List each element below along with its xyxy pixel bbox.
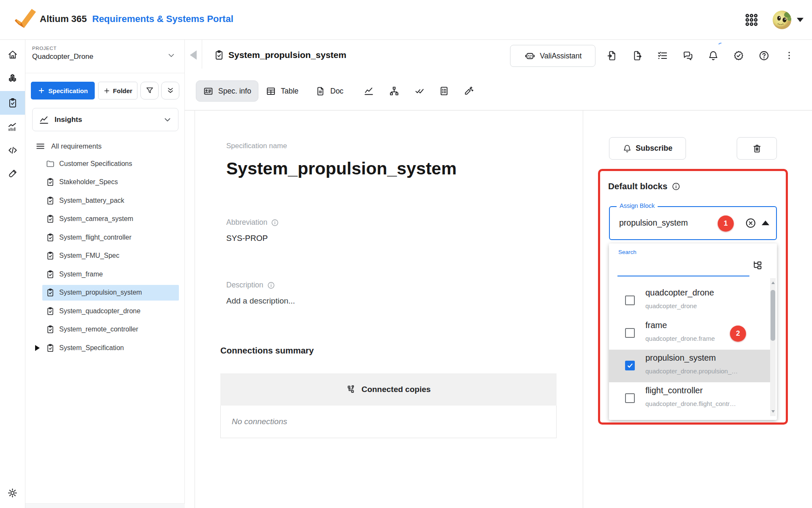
avatar-menu-caret-icon[interactable]	[797, 18, 804, 22]
import-document-icon[interactable]	[604, 47, 620, 64]
sidebar-item-system_quadcopter_drone[interactable]: System_quadcopter_drone	[25, 302, 185, 320]
assign-block-value: propulsion_system	[619, 218, 688, 228]
abbreviation-label: Abbreviation	[226, 218, 279, 227]
collapse-sidebar-handle-icon[interactable]	[190, 50, 197, 60]
tab-form-icon[interactable]	[436, 83, 453, 99]
expand-arrow-icon[interactable]	[35, 345, 40, 351]
portal-title[interactable]: Requirements & Systems Portal	[92, 14, 233, 25]
bell-icon	[623, 144, 632, 153]
tab-table-label: Table	[281, 87, 299, 96]
tab-verification-icon[interactable]	[411, 83, 428, 99]
rail-settings-gear-icon[interactable]	[0, 481, 25, 505]
tab-hierarchy-icon[interactable]	[386, 83, 403, 99]
scroll-up-arrow-icon[interactable]	[771, 282, 775, 284]
rail-blocks-icon[interactable]	[0, 67, 25, 91]
spec-name-label: Specification name	[226, 142, 287, 150]
add-folder-button[interactable]: Folder	[98, 82, 137, 99]
sidebar-item-all-requirements[interactable]: All requirements	[25, 138, 185, 155]
project-label: PROJECT	[32, 46, 57, 51]
sidebar-item-system_frame[interactable]: System_frame	[25, 265, 185, 284]
project-chevron-down-icon[interactable]	[167, 51, 176, 60]
rail-home-icon[interactable]	[0, 43, 25, 66]
comments-icon[interactable]	[679, 47, 696, 64]
abbreviation-value[interactable]: SYS-PROP	[226, 234, 268, 243]
sidebar-item-system_flight_controller[interactable]: System_flight_controller	[25, 228, 185, 247]
export-document-icon[interactable]	[628, 47, 645, 64]
tab-table[interactable]: Table	[266, 80, 299, 102]
rail-analytics-icon[interactable]	[0, 115, 25, 139]
task-list-icon[interactable]	[654, 47, 671, 64]
assign-block-select[interactable]: Assign Block propulsion_system 1	[609, 206, 777, 240]
annotation-badge-2: 2	[730, 326, 746, 342]
insights-panel-toggle[interactable]: Insights	[32, 108, 178, 131]
filter-button[interactable]	[140, 82, 159, 99]
chevron-double-down-icon	[166, 86, 175, 95]
collapse-dropdown-caret-icon[interactable]	[762, 221, 769, 225]
connected-copies-header[interactable]: Connected copies	[220, 373, 557, 406]
chevron-down-icon	[163, 115, 172, 124]
sidebar-horizontal-scrollbar[interactable]	[25, 503, 185, 508]
scrollbar-thumb[interactable]	[771, 290, 775, 341]
requirements-tree: Customer Specifications Stakeholder_Spec…	[25, 155, 185, 357]
specification-icon	[46, 196, 55, 205]
divider	[195, 110, 195, 508]
clear-selection-icon[interactable]	[745, 217, 757, 229]
scroll-down-arrow-icon[interactable]	[771, 410, 775, 413]
tab-chart-icon[interactable]	[360, 83, 377, 99]
sidebar-item-system_specification[interactable]: System_Specification	[25, 339, 185, 357]
block-option-flight_controller[interactable]: flight_controller quadcopter_drone.fligh…	[609, 382, 771, 415]
block-option-propulsion_system[interactable]: propulsion_system quadcopter_drone.propu…	[609, 350, 771, 382]
divider	[202, 40, 202, 69]
altium-logo-icon	[13, 8, 36, 30]
description-label: Description	[226, 281, 275, 290]
rail-test-tube-icon[interactable]	[0, 162, 25, 185]
verified-badge-icon[interactable]	[730, 47, 747, 64]
block-checkbox[interactable]	[625, 393, 635, 403]
description-placeholder[interactable]: Add a description...	[226, 296, 295, 306]
spec-name-value[interactable]: System_propulsion_system	[226, 159, 457, 179]
app-header: Altium 365 Requirements & Systems Portal	[0, 0, 812, 40]
sidebar-item-system_camera_system[interactable]: System_camera_system	[25, 210, 185, 229]
block-option-frame[interactable]: frame quadcopter_drone.frame 2	[609, 317, 771, 350]
info-icon[interactable]	[672, 182, 680, 191]
vali-assistant-button[interactable]: ValiAssistant	[510, 45, 595, 67]
trash-icon	[752, 144, 762, 154]
sidebar-item-system_battery_pack[interactable]: System_battery_pack	[25, 191, 185, 210]
sidebar-item-system_remote_controller[interactable]: System_remote_controller	[25, 320, 185, 339]
add-specification-button[interactable]: Specification	[31, 82, 95, 99]
project-name: Quadcopter_Drone	[32, 52, 93, 61]
info-icon[interactable]	[267, 281, 275, 290]
expand-all-button[interactable]	[161, 82, 179, 99]
list-icon	[35, 141, 46, 152]
connections-summary-title: Connections summary	[220, 345, 314, 356]
tab-doc-label: Doc	[330, 87, 343, 96]
tab-spec-info[interactable]: Spec. info	[196, 80, 258, 102]
subscribe-button[interactable]: Subscribe	[609, 137, 686, 160]
tree-view-toggle-icon[interactable]	[752, 260, 763, 271]
search-input[interactable]	[617, 258, 749, 276]
block-checkbox[interactable]	[625, 361, 635, 370]
plus-icon	[103, 87, 110, 94]
dropdown-scrollbar[interactable]	[770, 278, 776, 416]
tab-spec-info-label: Spec. info	[218, 87, 251, 96]
rail-requirements-icon[interactable]	[0, 91, 25, 115]
sidebar-item-system_propulsion_system[interactable]: System_propulsion_system	[25, 284, 185, 302]
help-icon[interactable]	[755, 47, 772, 64]
rail-code-icon[interactable]	[0, 138, 25, 162]
sidebar-item-system_fmu_spec[interactable]: System_FMU_Spec	[25, 247, 185, 265]
specification-icon	[214, 50, 225, 61]
tab-magic-edit-icon[interactable]	[460, 83, 477, 99]
delete-button[interactable]	[737, 137, 777, 160]
left-rail	[0, 40, 25, 508]
more-menu-kebab-icon[interactable]	[781, 47, 798, 64]
block-checkbox[interactable]	[625, 328, 635, 338]
sidebar-item-customer specifications[interactable]: Customer Specifications	[25, 155, 185, 173]
info-icon[interactable]	[271, 218, 279, 227]
tab-doc[interactable]: Doc	[315, 80, 343, 102]
sidebar-item-stakeholder_specs[interactable]: Stakeholder_Specs	[25, 173, 185, 192]
block-option-quadcopter_drone[interactable]: quadcopter_drone quadcopter_drone	[609, 284, 771, 317]
apps-grid-icon[interactable]	[743, 11, 760, 28]
connected-copies-label: Connected copies	[362, 385, 431, 394]
block-checkbox[interactable]	[625, 295, 635, 305]
avatar[interactable]	[773, 11, 791, 29]
